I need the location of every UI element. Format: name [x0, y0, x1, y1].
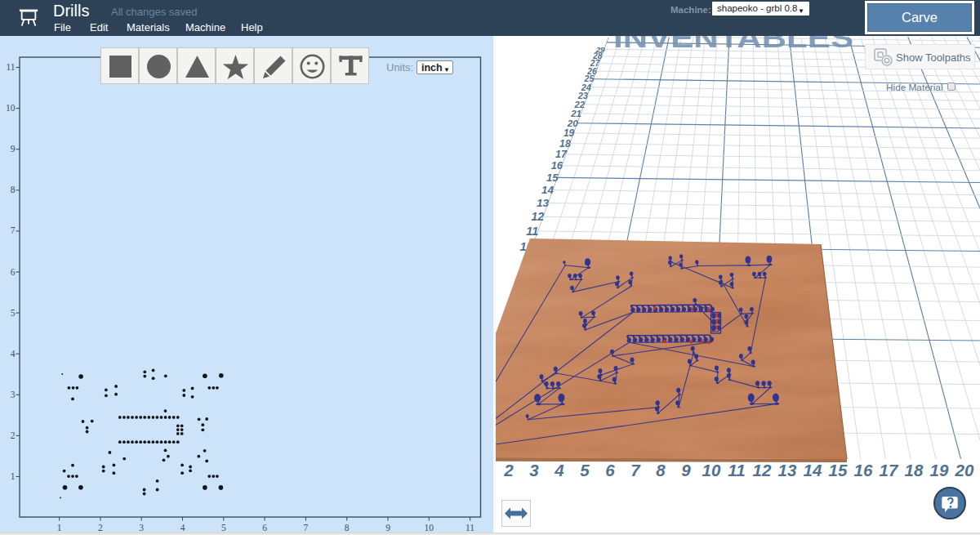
- svg-text:2: 2: [11, 430, 16, 440]
- svg-text:17: 17: [879, 461, 898, 479]
- svg-text:29: 29: [595, 45, 605, 54]
- svg-text:12: 12: [532, 210, 545, 223]
- svg-text:13: 13: [537, 197, 550, 209]
- svg-text:6: 6: [262, 523, 267, 533]
- svg-text:6: 6: [605, 461, 615, 479]
- svg-text:9: 9: [681, 461, 691, 479]
- svg-text:14: 14: [803, 461, 822, 479]
- svg-text:16: 16: [853, 461, 872, 479]
- svg-text:9: 9: [385, 523, 390, 533]
- svg-text:15: 15: [546, 172, 559, 184]
- svg-text:3: 3: [11, 390, 16, 399]
- svg-text:11: 11: [466, 523, 474, 533]
- svg-text:16: 16: [551, 160, 564, 172]
- svg-text:7: 7: [11, 225, 16, 235]
- svg-text:5: 5: [580, 461, 590, 479]
- svg-text:8: 8: [656, 461, 666, 479]
- svg-text:3: 3: [529, 461, 539, 479]
- svg-text:18: 18: [559, 138, 571, 149]
- svg-text:17: 17: [555, 149, 568, 160]
- svg-text:19: 19: [929, 461, 948, 479]
- svg-text:10: 10: [702, 461, 720, 479]
- svg-text:8: 8: [11, 185, 16, 194]
- svg-text:10: 10: [425, 523, 434, 533]
- svg-text:2: 2: [503, 461, 514, 479]
- svg-text:20: 20: [954, 461, 973, 479]
- svg-text:21: 21: [570, 109, 581, 118]
- svg-text:1: 1: [57, 523, 62, 533]
- svg-text:2: 2: [98, 523, 103, 533]
- svg-text:15: 15: [828, 461, 847, 479]
- svg-text:5: 5: [221, 523, 226, 533]
- svg-text:7: 7: [304, 523, 309, 533]
- svg-text:11: 11: [526, 225, 538, 238]
- svg-text:3: 3: [139, 523, 144, 533]
- svg-text:9: 9: [11, 144, 16, 154]
- svg-text:INVENTABLES: INVENTABLES: [613, 36, 853, 53]
- svg-text:4: 4: [11, 349, 16, 359]
- svg-text:23: 23: [577, 91, 588, 100]
- svg-text:13: 13: [777, 461, 796, 479]
- svg-text:8: 8: [345, 523, 350, 533]
- svg-text:22: 22: [574, 100, 586, 109]
- svg-text:7: 7: [630, 461, 641, 479]
- svg-text:4: 4: [180, 523, 185, 533]
- svg-text:12: 12: [752, 461, 771, 479]
- svg-text:1: 1: [11, 471, 16, 481]
- svg-text:11: 11: [6, 62, 15, 72]
- svg-text:5: 5: [11, 308, 16, 318]
- svg-text:6: 6: [11, 267, 16, 277]
- svg-text:4: 4: [554, 461, 564, 479]
- svg-text:20: 20: [567, 118, 579, 128]
- svg-text:18: 18: [904, 461, 923, 479]
- svg-text:19: 19: [564, 127, 575, 139]
- svg-text:10: 10: [6, 103, 16, 113]
- svg-text:14: 14: [541, 184, 554, 196]
- svg-text:11: 11: [728, 461, 745, 479]
